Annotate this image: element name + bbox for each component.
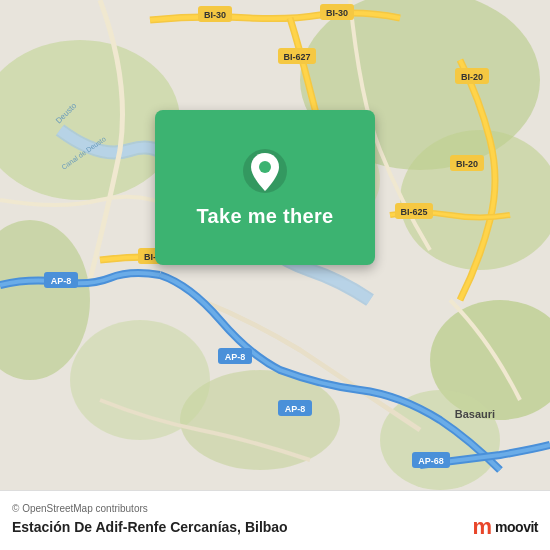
svg-text:BI-30: BI-30 (326, 8, 348, 18)
moovit-logo: m moovit (473, 516, 538, 538)
svg-text:BI-30: BI-30 (204, 10, 226, 20)
svg-text:BI-20: BI-20 (461, 72, 483, 82)
take-me-card[interactable]: Take me there (155, 110, 375, 265)
svg-text:AP-8: AP-8 (285, 404, 306, 414)
moovit-m-icon: m (473, 516, 493, 538)
location-row: Estación De Adif-Renfe Cercanías, Bilbao… (12, 516, 538, 538)
location-pin-icon (241, 147, 289, 195)
svg-text:AP-8: AP-8 (225, 352, 246, 362)
take-me-button-label: Take me there (197, 205, 334, 228)
location-name: Estación De Adif-Renfe Cercanías, Bilbao (12, 519, 288, 535)
moovit-brand-text: moovit (495, 519, 538, 535)
svg-text:Basauri: Basauri (455, 408, 495, 420)
svg-point-8 (70, 320, 210, 440)
svg-point-36 (259, 161, 271, 173)
bottom-bar: © OpenStreetMap contributors Estación De… (0, 490, 550, 550)
copyright-text: © OpenStreetMap contributors (12, 503, 538, 514)
svg-text:BI-20: BI-20 (456, 159, 478, 169)
svg-text:BI-625: BI-625 (400, 207, 427, 217)
map-area: BI-30 BI-30 BI-627 BI-20 BI-20 BI-625 BI… (0, 0, 550, 490)
svg-text:AP-8: AP-8 (51, 276, 72, 286)
svg-point-5 (380, 390, 500, 490)
svg-text:AP-68: AP-68 (418, 456, 444, 466)
svg-text:BI-627: BI-627 (283, 52, 310, 62)
